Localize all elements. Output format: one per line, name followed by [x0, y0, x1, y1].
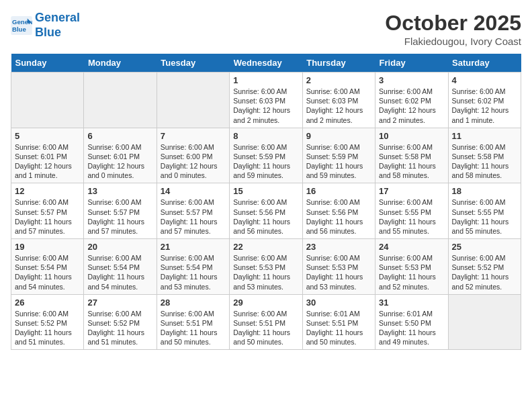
day-number: 16: [306, 186, 371, 196]
day-info: Sunrise: 6:00 AM Sunset: 5:55 PM Dayligh…: [452, 197, 517, 236]
calendar-cell: [11, 73, 84, 128]
day-number: 5: [15, 131, 80, 141]
calendar-header-row: SundayMondayTuesdayWednesdayThursdayFrid…: [11, 54, 521, 73]
calendar-week-row: 5Sunrise: 6:00 AM Sunset: 6:01 PM Daylig…: [11, 128, 521, 183]
day-info: Sunrise: 6:00 AM Sunset: 5:52 PM Dayligh…: [15, 309, 80, 347]
day-number: 12: [15, 186, 80, 196]
day-info: Sunrise: 6:00 AM Sunset: 5:57 PM Dayligh…: [15, 197, 80, 236]
day-number: 8: [233, 131, 298, 141]
day-info: Sunrise: 6:00 AM Sunset: 5:58 PM Dayligh…: [379, 142, 444, 181]
day-number: 15: [233, 186, 298, 196]
calendar-cell: 30Sunrise: 6:01 AM Sunset: 5:51 PM Dayli…: [302, 294, 375, 350]
day-info: Sunrise: 6:00 AM Sunset: 5:53 PM Dayligh…: [306, 253, 371, 291]
weekday-header: Tuesday: [157, 54, 229, 73]
calendar-cell: 23Sunrise: 6:00 AM Sunset: 5:53 PM Dayli…: [302, 239, 375, 295]
day-number: 4: [452, 75, 517, 85]
day-info: Sunrise: 6:00 AM Sunset: 5:56 PM Dayligh…: [233, 197, 298, 236]
day-info: Sunrise: 6:00 AM Sunset: 5:55 PM Dayligh…: [379, 197, 444, 236]
day-number: 25: [452, 242, 517, 252]
calendar-cell: 18Sunrise: 6:00 AM Sunset: 5:55 PM Dayli…: [448, 183, 521, 239]
calendar-week-row: 12Sunrise: 6:00 AM Sunset: 5:57 PM Dayli…: [11, 183, 521, 239]
calendar-cell: 20Sunrise: 6:00 AM Sunset: 5:54 PM Dayli…: [84, 239, 157, 295]
day-info: Sunrise: 6:00 AM Sunset: 5:54 PM Dayligh…: [15, 253, 80, 291]
calendar-cell: 15Sunrise: 6:00 AM Sunset: 5:56 PM Dayli…: [230, 183, 302, 239]
calendar-cell: 10Sunrise: 6:00 AM Sunset: 5:58 PM Dayli…: [375, 128, 448, 183]
calendar-cell: [84, 73, 157, 128]
day-number: 3: [379, 75, 444, 85]
day-number: 27: [87, 298, 152, 308]
day-info: Sunrise: 6:00 AM Sunset: 6:03 PM Dayligh…: [306, 87, 371, 125]
calendar-cell: 25Sunrise: 6:00 AM Sunset: 5:52 PM Dayli…: [448, 239, 521, 295]
day-number: 13: [87, 186, 152, 196]
calendar-cell: [448, 294, 521, 350]
calendar-cell: 9Sunrise: 6:00 AM Sunset: 5:59 PM Daylig…: [302, 128, 375, 183]
calendar-cell: 2Sunrise: 6:00 AM Sunset: 6:03 PM Daylig…: [302, 73, 375, 128]
day-info: Sunrise: 6:00 AM Sunset: 5:54 PM Dayligh…: [87, 253, 152, 291]
day-number: 9: [306, 131, 371, 141]
logo-text: General Blue: [35, 11, 80, 40]
day-number: 26: [15, 298, 80, 308]
page-header: General Blue General Blue October 2025 F…: [11, 11, 521, 47]
day-number: 11: [452, 131, 517, 141]
day-info: Sunrise: 6:00 AM Sunset: 6:02 PM Dayligh…: [379, 87, 444, 125]
day-info: Sunrise: 6:00 AM Sunset: 6:01 PM Dayligh…: [15, 142, 80, 181]
calendar-cell: 14Sunrise: 6:00 AM Sunset: 5:57 PM Dayli…: [157, 183, 229, 239]
calendar-table: SundayMondayTuesdayWednesdayThursdayFrid…: [11, 54, 521, 350]
calendar-cell: 16Sunrise: 6:00 AM Sunset: 5:56 PM Dayli…: [302, 183, 375, 239]
day-number: 28: [161, 298, 226, 308]
day-number: 17: [379, 186, 444, 196]
day-number: 19: [15, 242, 80, 252]
day-info: Sunrise: 6:00 AM Sunset: 5:58 PM Dayligh…: [452, 142, 517, 181]
day-number: 2: [306, 75, 371, 85]
calendar-cell: 4Sunrise: 6:00 AM Sunset: 6:02 PM Daylig…: [448, 73, 521, 128]
day-info: Sunrise: 6:00 AM Sunset: 5:59 PM Dayligh…: [233, 142, 298, 181]
day-number: 20: [87, 242, 152, 252]
logo-icon: General Blue: [11, 16, 32, 35]
weekday-header: Saturday: [448, 54, 521, 73]
day-info: Sunrise: 6:00 AM Sunset: 5:51 PM Dayligh…: [161, 309, 226, 347]
calendar-cell: 26Sunrise: 6:00 AM Sunset: 5:52 PM Dayli…: [11, 294, 84, 350]
calendar-cell: 12Sunrise: 6:00 AM Sunset: 5:57 PM Dayli…: [11, 183, 84, 239]
logo: General Blue General Blue: [11, 11, 80, 40]
calendar-cell: 13Sunrise: 6:00 AM Sunset: 5:57 PM Dayli…: [84, 183, 157, 239]
day-info: Sunrise: 6:00 AM Sunset: 6:03 PM Dayligh…: [233, 87, 298, 125]
day-info: Sunrise: 6:00 AM Sunset: 5:56 PM Dayligh…: [306, 197, 371, 236]
calendar-week-row: 26Sunrise: 6:00 AM Sunset: 5:52 PM Dayli…: [11, 294, 521, 350]
logo-line1: General: [35, 11, 80, 24]
day-info: Sunrise: 6:00 AM Sunset: 6:02 PM Dayligh…: [452, 87, 517, 125]
location: Flakiedougou, Ivory Coast: [385, 36, 521, 47]
day-number: 21: [161, 242, 226, 252]
calendar-cell: [157, 73, 229, 128]
calendar-cell: 29Sunrise: 6:00 AM Sunset: 5:51 PM Dayli…: [230, 294, 302, 350]
calendar-cell: 19Sunrise: 6:00 AM Sunset: 5:54 PM Dayli…: [11, 239, 84, 295]
day-info: Sunrise: 6:00 AM Sunset: 5:54 PM Dayligh…: [161, 253, 226, 291]
day-info: Sunrise: 6:00 AM Sunset: 5:53 PM Dayligh…: [379, 253, 444, 291]
calendar-cell: 24Sunrise: 6:00 AM Sunset: 5:53 PM Dayli…: [375, 239, 448, 295]
day-info: Sunrise: 6:01 AM Sunset: 5:51 PM Dayligh…: [306, 309, 371, 347]
day-number: 6: [87, 131, 152, 141]
calendar-cell: 5Sunrise: 6:00 AM Sunset: 6:01 PM Daylig…: [11, 128, 84, 183]
calendar-cell: 3Sunrise: 6:00 AM Sunset: 6:02 PM Daylig…: [375, 73, 448, 128]
day-number: 30: [306, 298, 371, 308]
calendar-cell: 7Sunrise: 6:00 AM Sunset: 6:00 PM Daylig…: [157, 128, 229, 183]
calendar-cell: 1Sunrise: 6:00 AM Sunset: 6:03 PM Daylig…: [230, 73, 302, 128]
calendar-cell: 17Sunrise: 6:00 AM Sunset: 5:55 PM Dayli…: [375, 183, 448, 239]
weekday-header: Thursday: [302, 54, 375, 73]
day-info: Sunrise: 6:00 AM Sunset: 5:51 PM Dayligh…: [233, 309, 298, 347]
calendar-cell: 31Sunrise: 6:01 AM Sunset: 5:50 PM Dayli…: [375, 294, 448, 350]
calendar-cell: 21Sunrise: 6:00 AM Sunset: 5:54 PM Dayli…: [157, 239, 229, 295]
weekday-header: Monday: [84, 54, 157, 73]
day-info: Sunrise: 6:00 AM Sunset: 6:01 PM Dayligh…: [87, 142, 152, 181]
weekday-header: Wednesday: [230, 54, 302, 73]
month-title: October 2025: [385, 11, 521, 36]
day-info: Sunrise: 6:00 AM Sunset: 6:00 PM Dayligh…: [161, 142, 226, 181]
day-info: Sunrise: 6:00 AM Sunset: 5:59 PM Dayligh…: [306, 142, 371, 181]
day-info: Sunrise: 6:00 AM Sunset: 5:52 PM Dayligh…: [87, 309, 152, 347]
day-number: 7: [161, 131, 226, 141]
weekday-header: Friday: [375, 54, 448, 73]
day-number: 22: [233, 242, 298, 252]
day-info: Sunrise: 6:00 AM Sunset: 5:52 PM Dayligh…: [452, 253, 517, 291]
day-number: 10: [379, 131, 444, 141]
calendar-cell: 22Sunrise: 6:00 AM Sunset: 5:53 PM Dayli…: [230, 239, 302, 295]
weekday-header: Sunday: [11, 54, 84, 73]
